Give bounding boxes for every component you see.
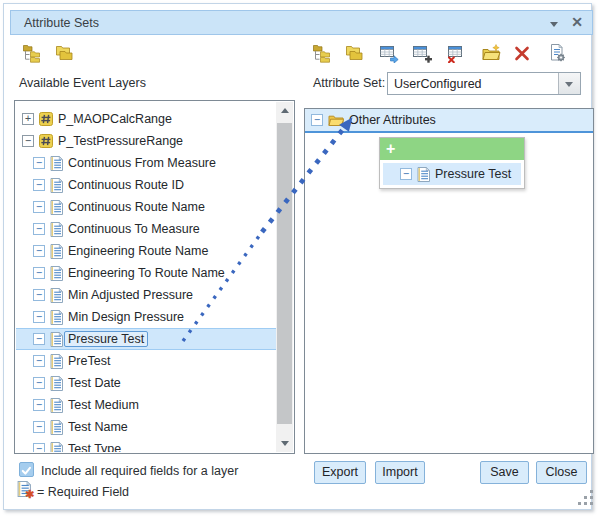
collapse-box-icon[interactable]: − bbox=[33, 333, 45, 345]
tree-field-row[interactable]: − Continuous To Measure bbox=[16, 218, 276, 240]
delete-attribute-set-table-x-icon[interactable] bbox=[447, 43, 467, 63]
tree-field-label: Test Type bbox=[68, 442, 121, 452]
tree-field-label: Test Name bbox=[68, 420, 128, 434]
tree-field-label: Engineering To Route Name bbox=[68, 266, 225, 280]
tree-field-label: Continuous Route Name bbox=[68, 200, 205, 214]
dropdown-open-button[interactable] bbox=[558, 73, 580, 94]
field-document-icon bbox=[50, 376, 63, 391]
collapse-box-icon[interactable]: − bbox=[33, 201, 45, 213]
collapse-box-icon[interactable]: − bbox=[33, 399, 45, 411]
required-field-legend: = Required Field bbox=[37, 485, 129, 499]
collapse-box-icon[interactable]: − bbox=[33, 289, 45, 301]
tree-field-row[interactable]: − Engineering To Route Name bbox=[16, 262, 276, 284]
collapse-box-icon[interactable]: − bbox=[33, 311, 45, 323]
attribute-set-dropdown[interactable]: UserConfigured bbox=[387, 72, 581, 95]
available-event-layers-label: Available Event Layers bbox=[19, 76, 146, 90]
tree-field-row[interactable]: − PreTest bbox=[16, 350, 276, 372]
collapse-box-icon[interactable]: − bbox=[22, 135, 34, 147]
tree-field-label: PreTest bbox=[68, 354, 110, 368]
tree-field-label: Continuous Route ID bbox=[68, 178, 184, 192]
collapse-box-icon[interactable]: − bbox=[33, 223, 45, 235]
event-layer-icon bbox=[39, 134, 53, 148]
new-folder-icon[interactable] bbox=[481, 43, 501, 63]
close-dialog-icon[interactable]: ✕ bbox=[571, 14, 583, 30]
export-button[interactable]: Export bbox=[314, 461, 366, 484]
collapse-box-icon[interactable]: − bbox=[33, 421, 45, 433]
field-document-icon bbox=[50, 420, 63, 435]
new-attribute-set-table-plus-icon[interactable] bbox=[412, 43, 432, 63]
configure-document-gear-icon[interactable] bbox=[547, 43, 567, 63]
attribute-set-panel: − Other Attributes + − Pressure Test bbox=[304, 108, 594, 454]
collapse-box-icon: − bbox=[400, 168, 412, 180]
tree-field-label: Min Design Pressure bbox=[68, 310, 184, 324]
collapse-all-folders-icon[interactable] bbox=[54, 43, 74, 63]
tree-field-label: Test Medium bbox=[68, 398, 139, 412]
open-folder-icon bbox=[328, 114, 344, 127]
collapse-box-icon[interactable]: − bbox=[33, 267, 45, 279]
vertical-scrollbar bbox=[276, 102, 293, 452]
add-layer-to-set-table-arrow-icon[interactable] bbox=[379, 43, 399, 63]
collapse-all-folders-icon[interactable] bbox=[344, 43, 364, 63]
collapse-box-icon[interactable]: − bbox=[33, 179, 45, 191]
scrollbar-thumb[interactable] bbox=[277, 123, 292, 424]
tree-field-label: Continuous To Measure bbox=[68, 222, 200, 236]
import-button[interactable]: Import bbox=[375, 461, 425, 484]
drop-add-indicator: + bbox=[380, 138, 524, 160]
field-document-icon bbox=[50, 178, 63, 193]
expand-all-tree-icon[interactable] bbox=[22, 43, 42, 63]
tree-field-row-selected[interactable]: − Pressure Test bbox=[16, 328, 276, 350]
other-attributes-row[interactable]: − Other Attributes bbox=[305, 109, 593, 133]
collapse-box-icon[interactable]: − bbox=[33, 377, 45, 389]
tree-field-row[interactable]: − Test Type bbox=[16, 438, 276, 452]
scroll-down-button[interactable] bbox=[276, 435, 293, 452]
triangle-up-icon bbox=[281, 108, 289, 113]
tree-field-row[interactable]: − Test Date bbox=[16, 372, 276, 394]
tree-layer-row[interactable]: − P_TestPressureRange bbox=[16, 130, 276, 152]
tree-field-label: Continuous From Measure bbox=[68, 156, 216, 170]
tree-field-row[interactable]: − Continuous From Measure bbox=[16, 152, 276, 174]
required-asterisk-icon: ✱ bbox=[25, 488, 34, 501]
collapse-box-icon[interactable]: − bbox=[33, 443, 45, 452]
drag-ghost: + − Pressure Test bbox=[379, 137, 525, 189]
dialog-titlebar: Attribute Sets ✕ bbox=[10, 10, 593, 35]
save-button[interactable]: Save bbox=[480, 461, 529, 484]
include-required-fields-checkbox[interactable] bbox=[19, 462, 34, 477]
tree-field-row[interactable]: − Continuous Route ID bbox=[16, 174, 276, 196]
tree-field-row[interactable]: − Engineering Route Name bbox=[16, 240, 276, 262]
tree-field-row[interactable]: − Min Adjusted Pressure bbox=[16, 284, 276, 306]
attribute-set-label: Attribute Set: bbox=[313, 76, 385, 90]
collapse-box-icon[interactable]: − bbox=[33, 355, 45, 367]
expand-all-tree-icon[interactable] bbox=[312, 43, 332, 63]
field-document-icon bbox=[50, 266, 63, 281]
tree-field-row[interactable]: − Test Medium bbox=[16, 394, 276, 416]
attribute-set-dropdown-value: UserConfigured bbox=[394, 77, 482, 91]
field-document-icon bbox=[417, 167, 430, 182]
checkmark-icon bbox=[20, 464, 33, 477]
include-required-fields-label: Include all required fields for a layer bbox=[41, 464, 238, 478]
tree-field-row[interactable]: − Min Design Pressure bbox=[16, 306, 276, 328]
scroll-up-button[interactable] bbox=[276, 102, 293, 119]
tree-field-label: Engineering Route Name bbox=[68, 244, 208, 258]
available-event-layers-panel: + P_MAOPCalcRange − P_TestPressureRange … bbox=[14, 100, 295, 454]
collapse-dialog-chevron-icon[interactable] bbox=[550, 22, 558, 27]
close-button[interactable]: Close bbox=[536, 461, 587, 484]
tree-layer-row[interactable]: + P_MAOPCalcRange bbox=[16, 108, 276, 130]
collapse-box-icon[interactable]: − bbox=[33, 245, 45, 257]
tree-field-label: Min Adjusted Pressure bbox=[68, 288, 193, 302]
tree-field-label: Pressure Test bbox=[64, 331, 148, 347]
field-document-icon bbox=[50, 332, 63, 347]
remove-item-x-icon[interactable] bbox=[512, 43, 532, 63]
chevron-down-icon bbox=[565, 82, 573, 87]
expand-box-icon[interactable]: + bbox=[22, 113, 34, 125]
field-document-icon bbox=[50, 354, 63, 369]
tree-field-row[interactable]: − Continuous Route Name bbox=[16, 196, 276, 218]
collapse-box-icon[interactable]: − bbox=[311, 114, 323, 126]
collapse-box-icon[interactable]: − bbox=[33, 157, 45, 169]
tree-field-label: Test Date bbox=[68, 376, 121, 390]
resize-grip[interactable] bbox=[578, 490, 596, 508]
tree-layer-label: P_MAOPCalcRange bbox=[58, 112, 172, 126]
plus-icon: + bbox=[386, 140, 395, 158]
tree-field-row[interactable]: − Test Name bbox=[16, 416, 276, 438]
drag-ghost-label: Pressure Test bbox=[435, 167, 511, 181]
field-document-icon bbox=[50, 156, 63, 171]
